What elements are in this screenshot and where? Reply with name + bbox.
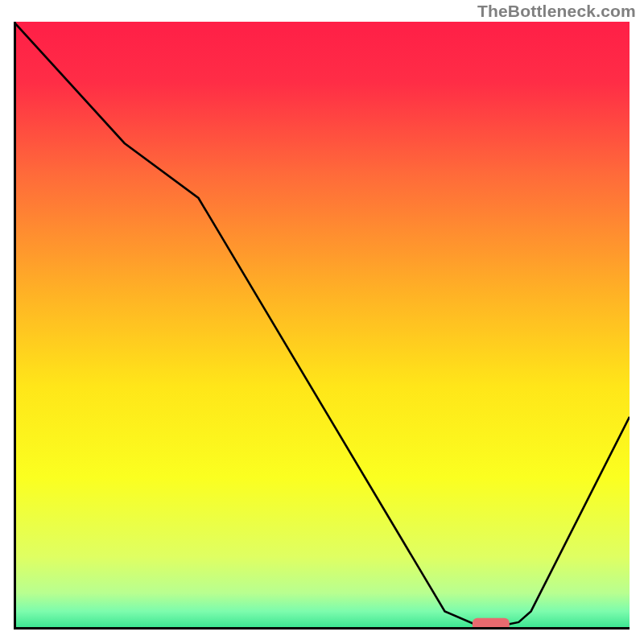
watermark-text: TheBottleneck.com [477, 2, 636, 21]
axes-frame [14, 22, 630, 630]
